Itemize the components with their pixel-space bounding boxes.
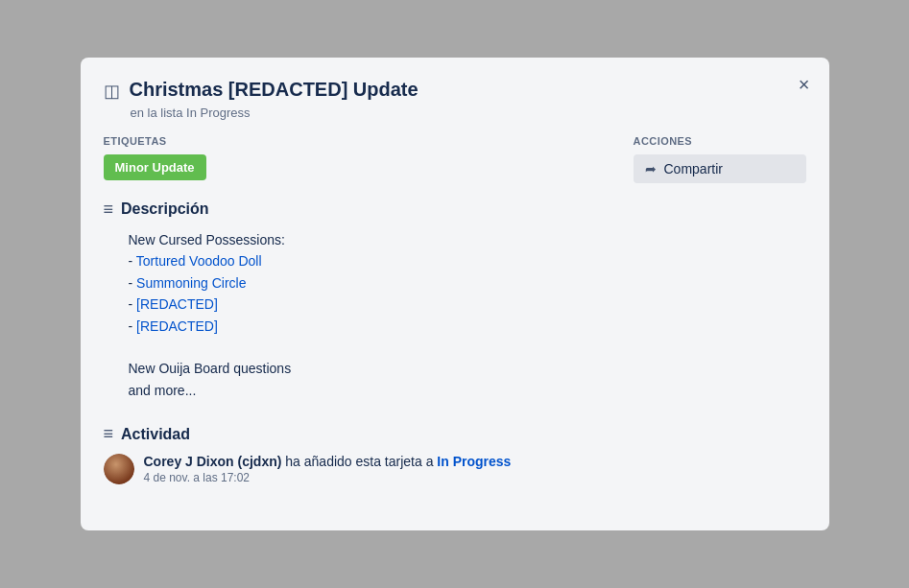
avatar (104, 454, 134, 484)
activity-header: ≡ Actividad (104, 424, 610, 444)
activity-title: Actividad (121, 426, 190, 443)
description-icon: ≡ (104, 200, 114, 220)
description-body: New Cursed Possessions: - Tortured Voodo… (129, 229, 610, 401)
actions-sidebar: Acciones ➦ Compartir (634, 135, 806, 507)
desc-line-2: - Tortured Voodoo Doll (129, 253, 262, 269)
desc-line-3: - Summoning Circle (129, 275, 247, 291)
modal-overlay[interactable]: × ◫ Christmas [REDACTED] Update en la li… (0, 0, 909, 588)
modal-body: Etiquetas Minor Update ≡ Descripción New… (104, 135, 806, 507)
card-modal: × ◫ Christmas [REDACTED] Update en la li… (81, 58, 829, 530)
share-icon: ➦ (645, 161, 657, 176)
avatar-image (104, 454, 134, 484)
activity-content: Corey J Dixon (cjdxn) ha añadido esta ta… (144, 454, 512, 484)
desc-line-7: and more... (129, 383, 197, 398)
share-label: Compartir (664, 161, 723, 176)
desc-line-6: New Ouija Board questions (129, 361, 292, 376)
card-icon: ◫ (104, 81, 120, 102)
modal-subtitle: en la lista In Progress (131, 106, 806, 120)
activity-timestamp: 4 de nov. a las 17:02 (144, 471, 512, 484)
activity-action: ha añadido esta tarjeta a (281, 454, 437, 469)
description-header: ≡ Descripción (104, 200, 610, 220)
desc-line-1: New Cursed Possessions: (129, 232, 285, 247)
activity-item: Corey J Dixon (cjdxn) ha añadido esta ta… (104, 454, 610, 484)
labels-title: Etiquetas (104, 135, 610, 147)
activity-text: Corey J Dixon (cjdxn) ha añadido esta ta… (144, 454, 512, 469)
activity-username: Corey J Dixon (cjdxn) (144, 454, 282, 469)
activity-section: ≡ Actividad Corey J Dixon (cjdxn) ha aña… (104, 424, 610, 484)
activity-list: In Progress (437, 454, 511, 469)
labels-section: Etiquetas Minor Update (104, 135, 610, 180)
main-content: Etiquetas Minor Update ≡ Descripción New… (104, 135, 610, 507)
actions-title: Acciones (634, 135, 806, 147)
desc-line-5: - [REDACTED] (129, 318, 218, 334)
description-section: ≡ Descripción New Cursed Possessions: - … (104, 200, 610, 401)
minor-update-badge[interactable]: Minor Update (104, 154, 206, 180)
modal-title: Christmas [REDACTED] Update (130, 77, 419, 102)
activity-icon: ≡ (104, 424, 114, 444)
desc-line-4: - [REDACTED] (129, 296, 218, 312)
close-button[interactable]: × (793, 71, 816, 98)
share-button[interactable]: ➦ Compartir (634, 154, 806, 183)
modal-header: ◫ Christmas [REDACTED] Update (104, 77, 806, 102)
description-title: Descripción (121, 200, 209, 218)
